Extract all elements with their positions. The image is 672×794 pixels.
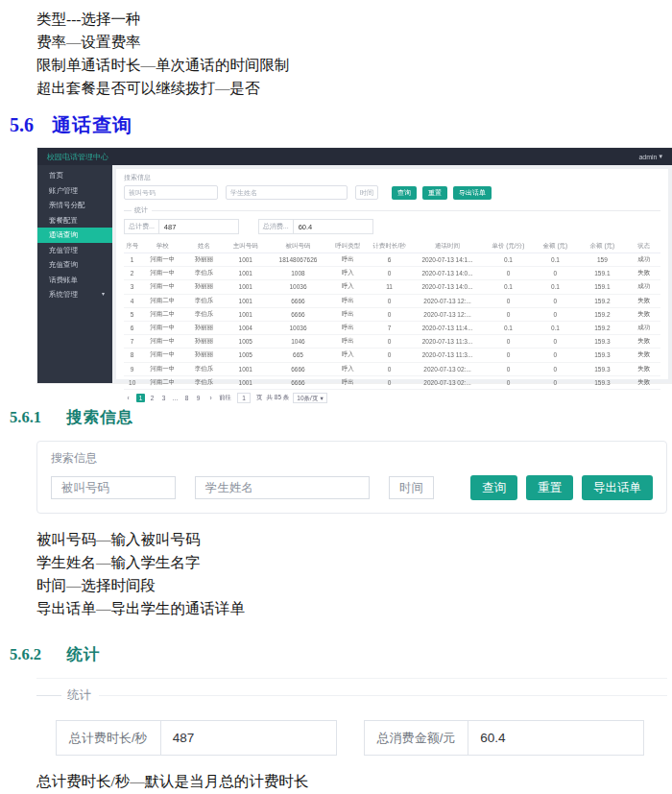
sidebar-item[interactable]: 通话查询 — [37, 228, 112, 243]
page-number[interactable]: 8 — [182, 394, 191, 402]
jump-label: 前往 — [219, 394, 231, 402]
table-cell: 9 — [124, 362, 140, 375]
search-notes: 被叫号码—输入被叫号码学生姓名—输入学生名字时间—选择时间段导出话单—导出学生的… — [36, 528, 672, 620]
stats-row: 总计费... 487 总消费... 60.4 — [124, 219, 660, 234]
section-heading-5-6: 5.6 通话查询 — [10, 112, 672, 138]
query-button[interactable]: 查询 — [470, 475, 517, 500]
field-label: 时间 — [356, 188, 377, 198]
table-cell: 0 — [484, 307, 534, 321]
table-cell: 失败 — [627, 307, 660, 321]
reset-button[interactable]: 重置 — [422, 186, 447, 200]
search-field[interactable]: 时间 — [355, 185, 378, 200]
table-row: 9河南一中李伯乐10016666呼入02020-07-13 02:...0015… — [124, 362, 660, 375]
table-cell: 2020-07-13 14:1... — [412, 253, 484, 267]
table-cell: 0.1 — [484, 253, 534, 267]
column-header: 学校 — [140, 239, 184, 253]
table-cell: 失败 — [627, 362, 660, 375]
search-panel-row: 被叫号码 学生姓名 时间 查询 重置 导出话单 — [51, 475, 653, 500]
export-button[interactable]: 导出话单 — [582, 475, 653, 500]
stats-legend: 统计 — [124, 205, 660, 215]
column-header: 通话时间 — [412, 239, 484, 253]
table-cell: 2020-07-13 11:3... — [412, 335, 484, 349]
table-cell: 0.1 — [484, 321, 534, 334]
page-next[interactable]: › — [206, 394, 215, 402]
sidebar-item[interactable]: 充值查询 — [37, 257, 112, 273]
table-cell: 0 — [484, 349, 534, 362]
page-number[interactable]: 9 — [194, 394, 203, 402]
table-cell: 呼入 — [328, 362, 367, 375]
total-count: 共 85 条 — [267, 394, 290, 402]
page-number[interactable]: 3 — [159, 394, 168, 402]
stat-total-duration: 总计费... 487 — [124, 219, 239, 234]
main-area: 搜索信息 被叫号码 学生姓名 — [112, 165, 672, 383]
table-cell: 0 — [533, 294, 577, 307]
sidebar-item[interactable]: 系统管理 ▾ — [37, 287, 112, 302]
heading-title: 通话查询 — [52, 114, 132, 135]
table-cell: 0 — [533, 349, 577, 362]
table-cell: 成功 — [627, 253, 660, 267]
search-field[interactable]: 被叫号码 — [51, 476, 176, 499]
heading-number: 5.6.1 — [10, 408, 41, 426]
table-cell: 0.1 — [484, 280, 534, 294]
table-cell: 0 — [484, 335, 534, 349]
stats-panel-legend-label: 统计 — [67, 687, 91, 704]
table-cell: 呼出 — [328, 253, 367, 267]
pagination: ‹ 123…89 › 前往 1 页 共 85 条 10条/页 ▾ — [124, 393, 660, 403]
table-cell: 159.1 — [577, 280, 627, 294]
table-cell: 1001 — [224, 280, 268, 294]
reset-button[interactable]: 重置 — [526, 475, 573, 500]
table-cell: 李伯乐 — [184, 307, 223, 321]
search-field[interactable]: 被叫号码 — [124, 185, 218, 200]
jump-input[interactable]: 1 — [237, 393, 251, 403]
table-cell: 2020-07-13 14:0... — [412, 280, 484, 294]
table-cell: 1001 — [224, 294, 268, 307]
query-button[interactable]: 查询 — [392, 186, 417, 200]
stat-total-amount: 总消费... 60.4 — [258, 219, 373, 234]
table-cell: 河南一中 — [140, 349, 184, 362]
column-header: 计费时长/秒 — [368, 239, 412, 253]
sidebar: 首页 账户管理 亲情号分配 套餐配置 — [37, 165, 112, 383]
table-cell: 159.3 — [577, 375, 627, 389]
table-cell: 李伯乐 — [184, 375, 223, 389]
intro-line: 费率—设置费率 — [36, 31, 672, 54]
page-prev[interactable]: ‹ — [124, 394, 132, 402]
app-header: 校园电话管理中心 admin ▾ — [37, 148, 672, 165]
sidebar-item-label: 话费账单 — [49, 273, 78, 288]
table-cell: 0 — [484, 294, 534, 307]
page-size-select[interactable]: 10条/页 ▾ — [293, 393, 326, 403]
search-field[interactable]: 学生姓名 — [226, 185, 348, 200]
note-line: 被叫号码—输入被叫号码 — [36, 528, 672, 551]
search-field[interactable]: 学生姓名 — [195, 476, 370, 499]
stat-label: 总消费... — [258, 219, 294, 234]
app-body: 首页 账户管理 亲情号分配 套餐配置 — [37, 165, 672, 383]
sidebar-item-label: 亲情号分配 — [49, 198, 85, 213]
sidebar-item[interactable]: 充值管理 — [37, 243, 112, 258]
table-cell: 呼出 — [328, 294, 367, 307]
table-cell: 1001 — [224, 253, 268, 267]
sidebar-item[interactable]: 首页 — [37, 168, 112, 183]
sidebar-item[interactable]: 账户管理 — [37, 183, 112, 199]
search-field[interactable]: 时间 — [389, 476, 434, 499]
sidebar-item[interactable]: 话费账单 — [37, 273, 112, 288]
sidebar-item-label: 通话查询 — [49, 228, 78, 243]
stat-value: 487 — [159, 219, 239, 234]
table-cell: 0 — [484, 362, 534, 375]
table-cell: 失败 — [627, 294, 660, 307]
table-cell: 失败 — [627, 349, 660, 362]
column-header: 余额 (元) — [577, 239, 627, 253]
sidebar-item[interactable]: 套餐配置 — [37, 213, 112, 229]
export-button[interactable]: 导出话单 — [453, 186, 492, 200]
page-number[interactable]: 1 — [136, 394, 145, 402]
table-cell: 1 — [124, 253, 140, 267]
table-row: 8河南一中孙丽丽1005665呼入02020-07-13 11:3...0015… — [124, 349, 660, 362]
page-number[interactable]: … — [171, 394, 180, 402]
table-cell: 5 — [124, 307, 140, 321]
sidebar-item[interactable]: 亲情号分配 — [37, 198, 112, 213]
table-cell: 4 — [124, 294, 140, 307]
sidebar-item-label: 充值查询 — [49, 257, 78, 273]
table-cell: 呼出 — [328, 307, 367, 321]
user-menu[interactable]: admin ▾ — [638, 153, 662, 160]
table-cell: 6 — [124, 321, 140, 334]
page-number[interactable]: 2 — [148, 394, 156, 402]
table-cell: 0 — [484, 267, 534, 280]
